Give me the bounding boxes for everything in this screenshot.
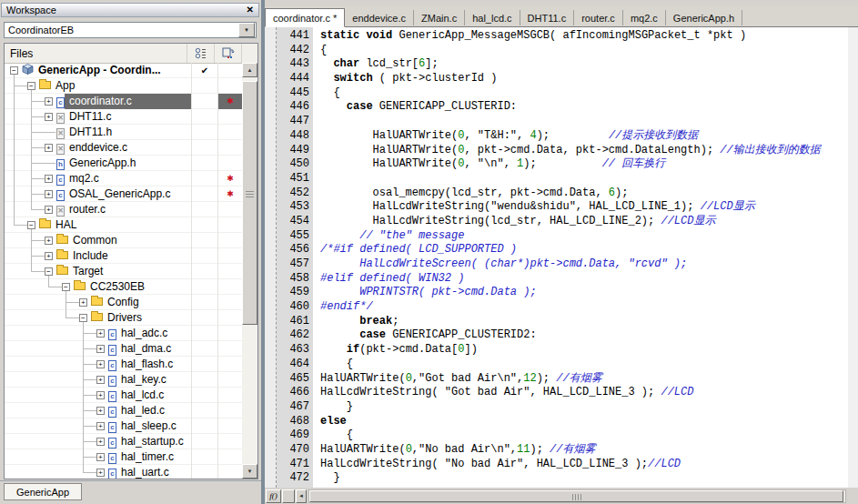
- code-line-449[interactable]: HalUARTWrite(0, pkt->cmd.Data, pkt->cmd.…: [320, 144, 848, 158]
- collapse-icon[interactable]: −: [10, 66, 18, 75]
- code-line-465[interactable]: HalUARTWrite(0,"Got bad Air\n",12); //有烟…: [320, 372, 848, 387]
- editor-tab-zmain-c[interactable]: ZMain.c: [414, 10, 465, 25]
- collapse-icon[interactable]: −: [45, 267, 53, 276]
- code-line-464[interactable]: {: [320, 358, 848, 372]
- tree-item-router-c[interactable]: +✕router.c: [5, 202, 242, 217]
- tree-item-hal-led-c[interactable]: +chal_led.c: [5, 403, 242, 418]
- tree-item-hal-uart-c[interactable]: +chal_uart.c: [5, 465, 242, 479]
- expand-icon[interactable]: +: [96, 391, 105, 399]
- tree-item-hal[interactable]: −HAL: [5, 217, 242, 233]
- editor-tab-mq2-c[interactable]: mq2.c: [623, 10, 666, 25]
- expand-icon[interactable]: +: [96, 453, 105, 461]
- code-line-457[interactable]: HalLcdWriteScreen( (char*)pkt->cmd.Data,…: [320, 257, 848, 272]
- collapse-icon[interactable]: −: [27, 221, 35, 229]
- expand-icon[interactable]: +: [45, 175, 53, 183]
- tree-item-osal-genericapp-c[interactable]: +cOSAL_GenericApp.c✱: [5, 186, 242, 202]
- horizontal-scrollbar[interactable]: [308, 489, 846, 503]
- tree-item-dht11-c[interactable]: +✕DHT11.c: [5, 109, 242, 125]
- code-line-458[interactable]: #elif defined( WIN32 ): [320, 272, 848, 287]
- tree-item-hal-lcd-c[interactable]: +chal_lcd.c: [5, 388, 242, 403]
- expand-icon[interactable]: +: [96, 438, 105, 446]
- expand-icon[interactable]: +: [45, 237, 53, 245]
- editor-tab-dht11-c[interactable]: DHT11.c: [520, 10, 575, 25]
- code-line-455[interactable]: // "the" message: [320, 229, 848, 244]
- expand-icon[interactable]: +: [45, 252, 53, 260]
- code-line-450[interactable]: HalUARTWrite(0, "\n", 1); // 回车换行: [320, 157, 848, 172]
- code-line-469[interactable]: {: [320, 428, 848, 443]
- tree-item-drivers[interactable]: −Drivers: [5, 310, 242, 326]
- expand-icon[interactable]: +: [96, 345, 105, 353]
- collapse-icon[interactable]: −: [27, 82, 35, 90]
- expand-icon[interactable]: +: [45, 97, 53, 106]
- tree-item-app[interactable]: −App: [5, 78, 242, 94]
- scroll-down-icon[interactable]: ▼: [242, 464, 257, 479]
- tree-vertical-scrollbar[interactable]: ▲ ▼: [242, 63, 257, 479]
- code-line-472[interactable]: }: [320, 471, 848, 486]
- editor-tab-coordinator-c[interactable]: coordinator.c *: [265, 8, 345, 27]
- code-line-443[interactable]: char lcd_str[6];: [320, 57, 848, 72]
- tree-item-config[interactable]: +Config: [5, 295, 242, 310]
- code-line-442[interactable]: {: [320, 44, 848, 58]
- expand-icon[interactable]: +: [96, 360, 105, 368]
- bookmark-margin-button[interactable]: [282, 489, 295, 503]
- editor-tab-enddevice-c[interactable]: enddevice.c: [345, 10, 414, 25]
- tree-item-genericapp-h[interactable]: hGenericApp.h: [5, 156, 242, 171]
- workspace-tab-genericapp[interactable]: GenericApp: [4, 483, 82, 500]
- tree-item-enddevice-c[interactable]: +✕enddevice.c: [5, 140, 242, 156]
- code-line-463[interactable]: if(pkt->cmd.Data[0]): [320, 343, 848, 358]
- tree-item-hal-adc-c[interactable]: +chal_adc.c: [5, 326, 242, 341]
- code-line-448[interactable]: HalUARTWrite(0, "T&H:", 4); //提示接收到数据: [320, 129, 848, 144]
- code-line-470[interactable]: HalUARTWrite(0,"No bad Air\n",11); //有烟雾: [320, 443, 848, 458]
- tree-item-hal-timer-c[interactable]: +chal_timer.c: [5, 449, 242, 465]
- close-icon[interactable]: ✕: [247, 5, 254, 15]
- tree-item-genericapp-coordin[interactable]: −GenericApp - Coordin...✔: [5, 63, 242, 78]
- expand-icon[interactable]: +: [96, 469, 105, 477]
- code-line-467[interactable]: }: [320, 400, 848, 415]
- code-line-451[interactable]: [320, 172, 848, 186]
- expand-icon[interactable]: +: [96, 329, 105, 338]
- code-line-446[interactable]: case GENERICAPP_CLUSTERID:: [320, 100, 848, 115]
- code-line-453[interactable]: HalLcdWriteString("wendu&shidu", HAL_LCD…: [320, 200, 848, 215]
- scroll-left-icon[interactable]: ◄: [296, 489, 307, 503]
- code-line-460[interactable]: #endif*/: [320, 300, 848, 315]
- code-area[interactable]: static void GenericApp_MessageMSGCB( afI…: [313, 27, 848, 488]
- scroll-up-icon[interactable]: ▲: [242, 63, 257, 77]
- build-status-column-icon[interactable]: [215, 44, 242, 63]
- editor-tab-hal-lcd-c[interactable]: hal_lcd.c: [465, 10, 520, 25]
- tree-item-coordinator-c[interactable]: +ccoordinator.c✱: [5, 94, 242, 109]
- code-line-441[interactable]: static void GenericApp_MessageMSGCB( afI…: [320, 29, 848, 44]
- chevron-down-icon[interactable]: ▼: [238, 23, 255, 37]
- horizontal-scrollbar-thumb[interactable]: [309, 490, 843, 502]
- files-column-header[interactable]: Files: [5, 44, 187, 63]
- tree-item-hal-key-c[interactable]: +chal_key.c: [5, 372, 242, 388]
- tree-item-cc2530eb[interactable]: −CC2530EB: [5, 279, 242, 295]
- code-line-462[interactable]: case GENERICAPP_CLUSTERID2:: [320, 328, 848, 343]
- tree-item-hal-dma-c[interactable]: +chal_dma.c: [5, 341, 242, 357]
- expand-icon[interactable]: +: [45, 113, 53, 121]
- option-overrides-column-icon[interactable]: [187, 44, 215, 63]
- expand-icon[interactable]: +: [96, 376, 105, 384]
- expand-icon[interactable]: +: [79, 298, 87, 307]
- tree-item-include[interactable]: +Include: [5, 248, 242, 264]
- expand-icon[interactable]: +: [45, 144, 53, 152]
- code-line-459[interactable]: WPRINTSTR( pkt->cmd.Data );: [320, 286, 848, 300]
- code-line-452[interactable]: osal_memcpy(lcd_str, pkt->cmd.Data, 6);: [320, 186, 848, 201]
- configuration-dropdown[interactable]: CoordinatorEB ▼: [4, 22, 257, 38]
- code-line-461[interactable]: break;: [320, 315, 848, 329]
- code-line-454[interactable]: HalLcdWriteString(lcd_str, HAL_LCD_LINE_…: [320, 215, 848, 229]
- tree-item-common[interactable]: +Common: [5, 233, 242, 248]
- workspace-titlebar[interactable]: Workspace ✕: [1, 3, 259, 17]
- tree-item-target[interactable]: −Target: [5, 264, 242, 279]
- tree-item-mq2-c[interactable]: +cmq2.c✱: [5, 171, 242, 186]
- collapse-icon[interactable]: −: [79, 314, 87, 322]
- breakpoint-margin[interactable]: [265, 27, 277, 488]
- code-line-445[interactable]: {: [320, 86, 848, 101]
- tree-item-hal-flash-c[interactable]: +chal_flash.c: [5, 357, 242, 372]
- tree-scrollbar-track[interactable]: [242, 77, 257, 464]
- function-list-button[interactable]: f(): [266, 489, 281, 503]
- expand-icon[interactable]: +: [45, 190, 53, 198]
- expand-icon[interactable]: +: [96, 422, 105, 430]
- code-line-468[interactable]: else: [320, 415, 848, 429]
- editor-tab-genericapp-h[interactable]: GenericApp.h: [666, 10, 742, 25]
- tree-item-dht11-h[interactable]: ✕DHT11.h: [5, 125, 242, 140]
